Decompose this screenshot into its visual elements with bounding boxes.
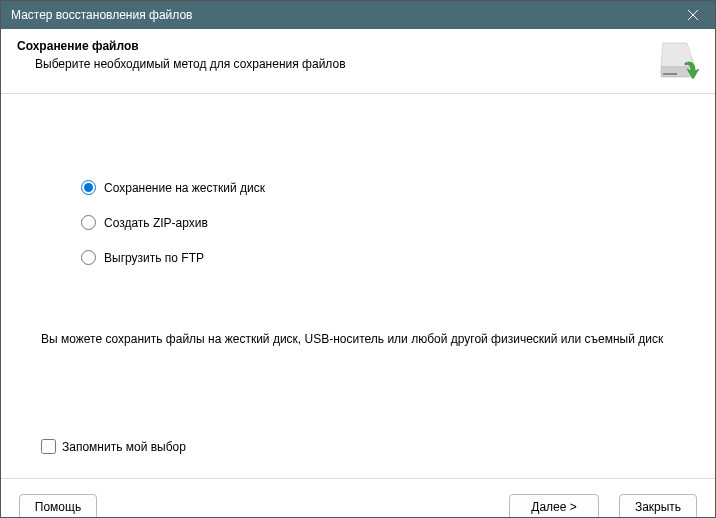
remember-choice-row[interactable]: Запомнить мой выбор — [41, 439, 186, 454]
option-save-hdd[interactable]: Сохранение на жесткий диск — [81, 180, 675, 195]
header-title: Сохранение файлов — [17, 39, 657, 53]
save-method-options: Сохранение на жесткий диск Создать ZIP-а… — [41, 94, 675, 265]
radio-upload-ftp[interactable] — [81, 250, 96, 265]
wizard-content: Сохранение на жесткий диск Создать ZIP-а… — [1, 94, 715, 478]
option-create-zip[interactable]: Создать ZIP-архив — [81, 215, 675, 230]
svg-rect-3 — [663, 73, 677, 75]
next-button[interactable]: Далее > — [509, 494, 599, 519]
option-label: Создать ZIP-архив — [104, 216, 208, 230]
radio-save-hdd[interactable] — [81, 180, 96, 195]
remember-label: Запомнить мой выбор — [62, 440, 186, 454]
option-label: Выгрузить по FTP — [104, 251, 204, 265]
hard-drive-save-icon — [657, 39, 699, 81]
titlebar: Мастер восстановления файлов — [1, 1, 715, 29]
option-description: Вы можете сохранить файлы на жесткий дис… — [41, 332, 675, 346]
radio-create-zip[interactable] — [81, 215, 96, 230]
close-icon — [688, 10, 698, 20]
option-label: Сохранение на жесткий диск — [104, 181, 265, 195]
header-subtitle: Выберите необходимый метод для сохранени… — [17, 57, 657, 71]
wizard-header: Сохранение файлов Выберите необходимый м… — [1, 29, 715, 94]
close-button[interactable]: Закрыть — [619, 494, 697, 519]
option-upload-ftp[interactable]: Выгрузить по FTP — [81, 250, 675, 265]
help-button[interactable]: Помощь — [19, 494, 97, 519]
wizard-footer: Помощь Далее > Закрыть — [1, 478, 715, 518]
window-close-button[interactable] — [671, 1, 715, 29]
remember-checkbox[interactable] — [41, 439, 56, 454]
window-title: Мастер восстановления файлов — [11, 8, 671, 22]
header-text: Сохранение файлов Выберите необходимый м… — [17, 39, 657, 71]
